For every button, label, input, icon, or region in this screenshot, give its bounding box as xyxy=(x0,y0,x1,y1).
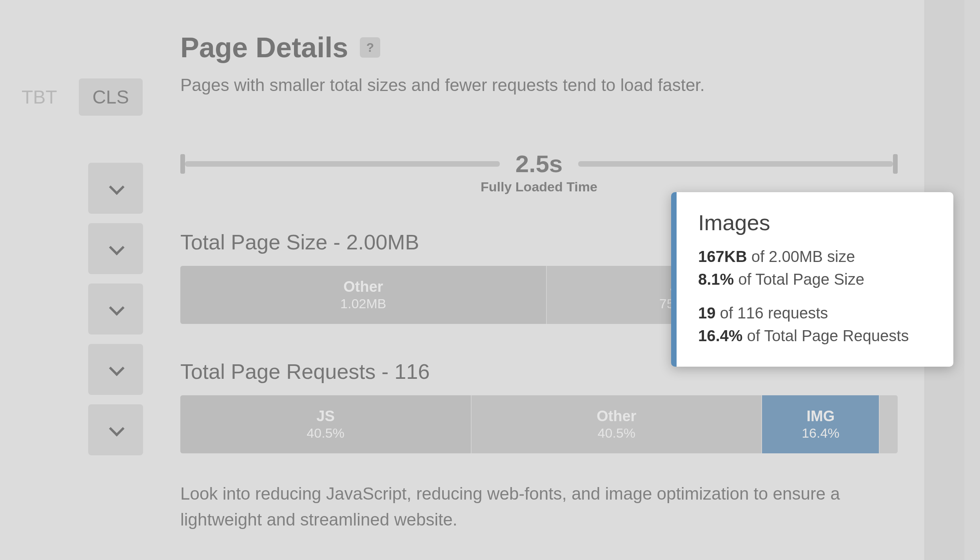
request-segment-rest[interactable] xyxy=(879,395,898,453)
help-icon[interactable]: ? xyxy=(360,37,380,58)
tooltip-req-line: 19 of 116 requests xyxy=(698,302,932,324)
timeline-center: 2.5s xyxy=(500,150,579,178)
chevron-down-icon xyxy=(109,179,125,195)
tooltip-size-bold: 167KB xyxy=(698,248,747,265)
tooltip-size-pct-line: 8.1% of Total Page Size xyxy=(698,268,932,291)
timeline-line-right xyxy=(578,161,893,167)
expand-toggle-4[interactable] xyxy=(88,344,143,395)
chevron-down-icon xyxy=(109,240,125,255)
expand-toggle-3[interactable] xyxy=(88,284,143,335)
size-segment-other[interactable]: Other1.02MB xyxy=(180,266,546,324)
tooltip-req-rest: of 116 requests xyxy=(716,304,828,322)
page-title-text: Page Details xyxy=(180,31,348,64)
tooltip-req-pct-bold: 16.4% xyxy=(698,327,742,344)
expand-toggle-5[interactable] xyxy=(88,404,143,455)
page-requests-section: Total Page Requests - 116 JS40.5%Other40… xyxy=(180,359,898,453)
request-segment-other[interactable]: Other40.5% xyxy=(471,395,761,453)
scrollbar-track[interactable] xyxy=(964,0,980,560)
timeline: 2.5s xyxy=(180,150,898,178)
tooltip-title: Images xyxy=(698,210,932,235)
tooltip-images: Images 167KB of 2.00MB size 8.1% of Tota… xyxy=(671,192,953,367)
page-requests-bar[interactable]: JS40.5%Other40.5%IMG16.4% xyxy=(180,395,898,453)
chevron-down-icon xyxy=(109,360,125,376)
tooltip-req-pct-line: 16.4% of Total Page Requests xyxy=(698,324,932,347)
expand-toggle-1[interactable] xyxy=(88,163,143,214)
tooltip-size-line: 167KB of 2.00MB size xyxy=(698,245,932,268)
tab-tbt[interactable]: TBT xyxy=(8,78,71,116)
tooltip-size-pct-bold: 8.1% xyxy=(698,271,734,288)
chevron-down-icon xyxy=(109,421,125,436)
timeline-end-cap xyxy=(893,154,898,174)
chevron-down-icon xyxy=(109,300,125,316)
tab-cls[interactable]: CLS xyxy=(79,78,143,116)
request-segment-js[interactable]: JS40.5% xyxy=(180,395,471,453)
timeline-start-cap xyxy=(180,154,185,174)
tooltip-req-pct-rest: of Total Page Requests xyxy=(742,327,909,344)
page-subtitle: Pages with smaller total sizes and fewer… xyxy=(180,75,898,95)
expand-list xyxy=(0,163,157,455)
tooltip-size-rest: of 2.00MB size xyxy=(747,248,855,265)
sidebar: TBT CLS xyxy=(0,78,157,455)
footnote-text: Look into reducing JavaScript, reducing … xyxy=(180,481,855,533)
page-title: Page Details ? xyxy=(180,31,898,64)
fully-loaded-value: 2.5s xyxy=(515,150,563,178)
tooltip-size-pct-rest: of Total Page Size xyxy=(734,271,864,288)
metric-tabs: TBT CLS xyxy=(8,78,157,116)
request-segment-img[interactable]: IMG16.4% xyxy=(761,395,879,453)
tooltip-req-bold: 19 xyxy=(698,304,716,322)
timeline-line-left xyxy=(185,161,500,167)
expand-toggle-2[interactable] xyxy=(88,223,143,274)
